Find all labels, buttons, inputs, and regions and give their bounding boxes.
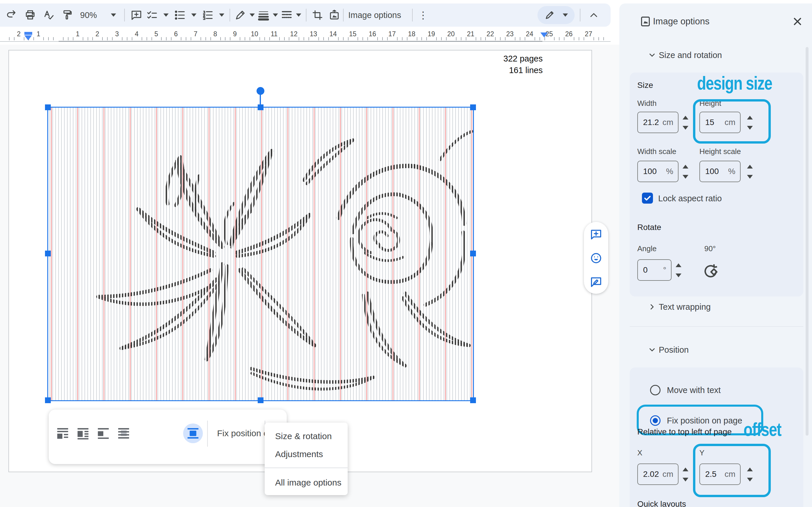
ruler-tick xyxy=(397,37,397,40)
ruler-tick xyxy=(564,37,564,40)
section-position[interactable]: Position xyxy=(659,345,689,355)
chevron-right-icon[interactable] xyxy=(648,302,656,311)
editing-mode-button[interactable] xyxy=(537,6,575,24)
y-stepper[interactable] xyxy=(747,467,753,482)
section-size-rotation[interactable]: Size and rotation xyxy=(659,51,722,60)
selection-handle[interactable] xyxy=(45,397,51,403)
crop-icon[interactable] xyxy=(312,9,323,21)
ruler-tick xyxy=(88,37,88,40)
checklist-caret-icon[interactable] xyxy=(163,14,169,17)
width-scale-input[interactable]: 100 % xyxy=(637,161,679,182)
ruler-tick xyxy=(338,37,339,40)
behind-text-icon[interactable] xyxy=(116,426,131,441)
y-input[interactable]: 2.5 cm xyxy=(699,463,741,485)
border-color-caret-icon[interactable] xyxy=(250,14,255,17)
width-stepper[interactable] xyxy=(683,116,688,130)
ruler-tick xyxy=(574,37,574,40)
section-divider xyxy=(630,326,803,327)
selection-handle[interactable] xyxy=(470,397,476,403)
x-stepper[interactable] xyxy=(683,467,688,482)
border-dash-icon[interactable] xyxy=(281,9,292,21)
ruler-number: 19 xyxy=(428,30,435,38)
spellcheck-icon[interactable] xyxy=(43,9,55,21)
close-icon[interactable] xyxy=(792,16,803,27)
front-of-text-icon[interactable] xyxy=(186,426,200,441)
menu-item-adjustments[interactable]: Adjustments xyxy=(275,449,323,459)
horizontal-ruler[interactable]: 2112345678910111213141516171819202122232… xyxy=(0,28,619,45)
border-color-pen-icon[interactable] xyxy=(234,9,246,21)
section-text-wrapping[interactable]: Text wrapping xyxy=(659,302,711,312)
insert-comment-icon[interactable] xyxy=(130,9,142,21)
bulleted-list-icon[interactable] xyxy=(174,9,186,21)
sidebar-scrollbar[interactable] xyxy=(806,47,809,436)
break-text-icon[interactable] xyxy=(96,426,111,441)
rotate-90-icon[interactable] xyxy=(702,263,720,280)
wrap-inline-icon[interactable] xyxy=(55,426,70,441)
add-emoji-icon[interactable] xyxy=(590,252,602,264)
numbered-list-caret-icon[interactable] xyxy=(219,14,224,17)
selection-handle[interactable] xyxy=(45,104,51,110)
border-weight-icon[interactable] xyxy=(258,9,269,21)
border-dash-caret-icon[interactable] xyxy=(296,14,301,17)
replace-image-icon[interactable] xyxy=(328,9,340,21)
fix-position-radio[interactable] xyxy=(650,415,660,426)
ruler-tick xyxy=(367,37,368,40)
left-indent-marker[interactable] xyxy=(24,36,32,40)
x-input[interactable]: 2.02 cm xyxy=(637,463,679,485)
ruler-tick xyxy=(142,37,142,40)
doc-text-line: 322 pages xyxy=(470,53,543,64)
editing-mode-caret-icon xyxy=(563,14,568,17)
ruler-number: 13 xyxy=(310,30,317,38)
ruler-tick xyxy=(220,37,221,40)
selection-handle[interactable] xyxy=(258,104,264,110)
bulleted-list-caret-icon[interactable] xyxy=(191,14,197,17)
angle-stepper[interactable] xyxy=(675,263,682,277)
height-input[interactable]: 15 cm xyxy=(699,112,741,133)
y-value: 2.5 xyxy=(705,469,716,479)
checklist-icon[interactable] xyxy=(146,9,158,21)
suggest-edits-icon[interactable] xyxy=(590,276,602,288)
menu-item-all-image-options[interactable]: All image options xyxy=(275,478,341,488)
chevron-down-icon[interactable] xyxy=(648,51,656,59)
ruler-number: 5 xyxy=(154,30,158,38)
right-indent-marker[interactable] xyxy=(540,33,548,38)
lock-aspect-ratio-checkbox[interactable] xyxy=(642,192,653,204)
annotation-offset: offset xyxy=(744,419,781,440)
ruler-number: 16 xyxy=(369,30,376,38)
width-input[interactable]: 21.2 cm xyxy=(637,112,679,133)
wrap-text-icon[interactable] xyxy=(76,426,90,441)
ruler-tick xyxy=(603,37,604,40)
toolbar-divider xyxy=(124,9,125,21)
move-with-text-label: Move with text xyxy=(667,386,720,395)
width-scale-stepper[interactable] xyxy=(683,165,688,179)
ruler-tick xyxy=(343,37,343,40)
move-with-text-radio[interactable] xyxy=(650,385,660,395)
selection-handle[interactable] xyxy=(470,104,476,110)
rotate-handle[interactable] xyxy=(257,87,264,95)
selection-handle[interactable] xyxy=(470,250,476,257)
height-scale-stepper[interactable] xyxy=(747,165,753,179)
first-line-indent-marker[interactable] xyxy=(24,32,32,35)
zoom-caret-icon[interactable] xyxy=(111,14,116,17)
toolbar-divider xyxy=(412,9,413,21)
add-comment-icon[interactable] xyxy=(590,228,602,240)
height-stepper[interactable] xyxy=(747,116,753,130)
angle-input[interactable]: 0 ° xyxy=(637,259,671,281)
print-icon[interactable] xyxy=(24,9,36,21)
ruler-number: 22 xyxy=(487,30,494,38)
border-weight-caret-icon[interactable] xyxy=(273,14,278,17)
zoom-select[interactable]: 90% xyxy=(80,10,97,20)
chevron-down-icon[interactable] xyxy=(648,345,656,354)
selection-handle[interactable] xyxy=(258,397,264,403)
menu-item-size-rotation[interactable]: Size & rotation xyxy=(275,431,332,441)
image-options-button[interactable]: Image options xyxy=(348,10,401,20)
selection-handle[interactable] xyxy=(45,250,51,257)
main-toolbar: 90% Image options ⋮ xyxy=(0,3,611,27)
redo-icon[interactable] xyxy=(6,9,17,21)
ruler-tick xyxy=(485,37,486,40)
numbered-list-icon[interactable] xyxy=(202,9,214,21)
paint-format-icon[interactable] xyxy=(61,9,73,21)
toolbar-more-icon[interactable]: ⋮ xyxy=(418,10,428,20)
collapse-toolbar-icon[interactable] xyxy=(588,9,600,21)
height-scale-input[interactable]: 100 % xyxy=(699,161,741,182)
